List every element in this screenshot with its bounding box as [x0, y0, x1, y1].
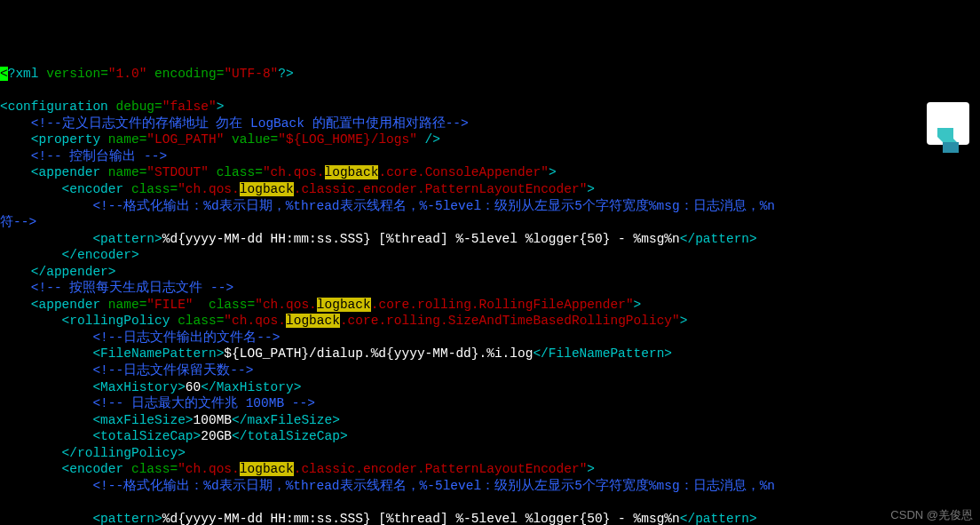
cursor: <	[0, 67, 8, 81]
highlight-logback: logback	[240, 462, 294, 476]
comment: <!--定义日志文件的存储地址 勿在 LogBack 的配置中使用相对路径-->	[0, 116, 469, 131]
encoder-close: </encoder>	[0, 248, 139, 262]
code-viewer: <?xml version="1.0" encoding="UTF-8"?> <…	[0, 66, 980, 525]
comment: <!-- 日志最大的文件兆 100MB -->	[0, 396, 315, 410]
rollingpolicy-close: </rollingPolicy>	[0, 446, 186, 460]
maxfilesize-open: <maxFileSize>	[0, 413, 194, 427]
watermark: CSDN @羌俊恩	[890, 508, 973, 523]
xml-prolog: ?xml	[8, 67, 47, 81]
totalsizecap-open: <totalSizeCap>	[0, 429, 201, 443]
property-tag: <property	[0, 132, 108, 147]
configuration-open: <configuration	[0, 99, 116, 114]
comment: 符-->	[0, 215, 36, 229]
filenamepattern-open: <FileNamePattern>	[0, 346, 224, 361]
pattern-open: <pattern>	[0, 232, 162, 246]
pattern-text: %d{yyyy-MM-dd HH:mm:ss.SSS} [%thread] %-…	[162, 512, 680, 525]
highlight-logback: logback	[240, 182, 294, 196]
highlight-logback: logback	[286, 314, 340, 328]
comment: <!-- 控制台输出 -->	[0, 149, 167, 163]
encoder-open: <encoder	[0, 182, 131, 196]
sticker-icon	[927, 102, 969, 145]
highlight-logback: logback	[325, 165, 379, 179]
highlight-logback: logback	[317, 298, 371, 312]
pattern-open: <pattern>	[0, 512, 162, 525]
comment: <!--日志文件保留天数-->	[0, 363, 253, 378]
appender-stdout-open: <appender	[0, 165, 108, 179]
comment: <!--格式化输出：%d表示日期，%thread表示线程名，%-5level：级…	[0, 479, 775, 493]
comment: <!-- 按照每天生成日志文件 -->	[0, 281, 233, 295]
rollingpolicy-open: <rollingPolicy	[0, 314, 178, 328]
pattern-text: %d{yyyy-MM-dd HH:mm:ss.SSS} [%thread] %-…	[162, 232, 680, 246]
comment: <!--格式化输出：%d表示日期，%thread表示线程名，%-5level：级…	[0, 199, 775, 213]
appender-close: </appender>	[0, 265, 116, 279]
appender-file-open: <appender	[0, 298, 108, 312]
comment: <!--日志文件输出的文件名-->	[0, 330, 280, 345]
encoder-open: <encoder	[0, 462, 131, 476]
maxhistory-open: <MaxHistory>	[0, 380, 186, 394]
